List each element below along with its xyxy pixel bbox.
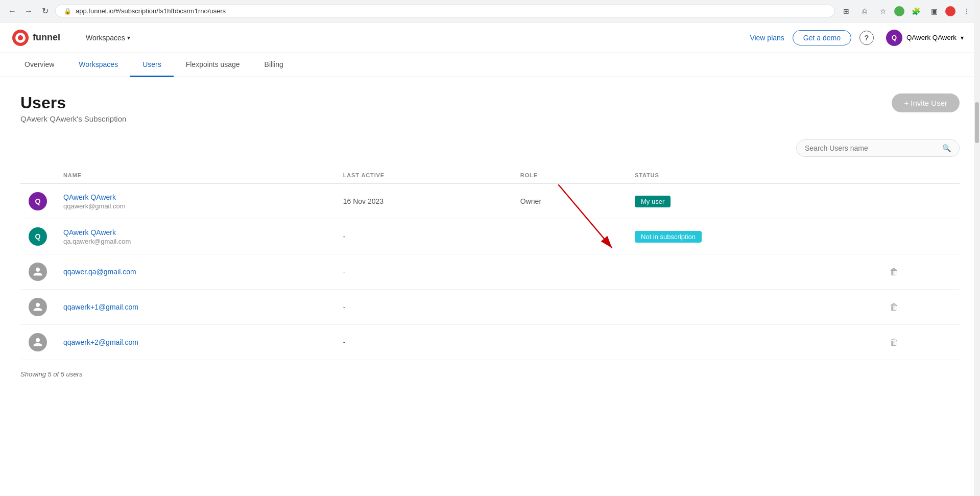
user-avatar: Q <box>886 30 902 46</box>
table-header: NAME LAST ACTIVE ROLE STATUS <box>20 167 960 184</box>
cell-role <box>512 219 627 254</box>
search-box: 🔍 <box>796 139 960 157</box>
user-avatar <box>29 263 47 281</box>
back-button[interactable]: ← <box>6 5 18 17</box>
cell-avatar: Q <box>20 219 55 254</box>
page-title: Users <box>20 93 126 112</box>
help-button[interactable]: ? <box>859 31 874 45</box>
delete-user-button[interactable]: 🗑 <box>890 267 899 277</box>
user-menu-button[interactable]: Q QAwerk QAwerk ▾ <box>882 28 968 48</box>
cell-last-active: - <box>335 219 512 254</box>
menu-icon[interactable]: ⋮ <box>960 4 974 18</box>
browser-chrome: ← → ↻ 🔒 app.funnel.io/#/subscription/fs1… <box>0 0 980 22</box>
col-header-actions <box>881 167 960 184</box>
table-row: QQAwerk QAwerkqa.qawerk@gmail.com-Not in… <box>20 219 960 254</box>
main-content: Users QAwerk QAwerk's Subscription + Inv… <box>0 77 980 394</box>
cell-last-active: - <box>335 325 512 360</box>
user-name: QAwerk QAwerk <box>906 34 957 41</box>
reload-button[interactable]: ↻ <box>39 5 51 17</box>
table-body: QQAwerk QAwerkqqawerk@gmail.com16 Nov 20… <box>20 184 960 360</box>
workspaces-dropdown-button[interactable]: Workspaces ▾ <box>81 31 135 45</box>
sidebar-icon[interactable]: ▣ <box>927 4 941 18</box>
cell-name: qqawerk+2@gmail.com <box>55 325 335 360</box>
col-header-name: NAME <box>55 167 335 184</box>
cell-status <box>627 290 881 325</box>
tab-overview[interactable]: Overview <box>12 53 66 77</box>
user-avatar <box>29 298 47 316</box>
extensions-icon[interactable]: 🧩 <box>909 4 923 18</box>
tab-workspaces[interactable]: Workspaces <box>66 53 130 77</box>
search-input[interactable] <box>805 144 942 152</box>
bookmark-icon[interactable]: ☆ <box>876 4 890 18</box>
cell-actions <box>881 219 960 254</box>
address-bar[interactable]: 🔒 app.funnel.io/#/subscription/fs1hfbbcs… <box>55 5 835 17</box>
share-icon[interactable]: ⎙ <box>857 4 872 18</box>
extension-green-icon <box>894 6 904 16</box>
user-chevron-down-icon: ▾ <box>961 34 964 41</box>
delete-user-button[interactable]: 🗑 <box>890 302 899 313</box>
view-plans-link[interactable]: View plans <box>750 34 784 42</box>
cell-name: QAwerk QAwerkqa.qawerk@gmail.com <box>55 219 335 254</box>
table-row: qqawerk+2@gmail.com-🗑 <box>20 325 960 360</box>
scrollbar-thumb[interactable] <box>975 102 979 143</box>
cell-role: Owner <box>512 184 627 219</box>
showing-text: Showing 5 of 5 users <box>20 370 960 378</box>
cell-actions: 🗑 <box>881 254 960 290</box>
page-subtitle: QAwerk QAwerk's Subscription <box>20 114 126 123</box>
tab-flexpoints[interactable]: Flexpoints usage <box>174 53 252 77</box>
cell-status: My user <box>627 184 881 219</box>
scrollbar[interactable] <box>974 0 980 394</box>
tab-billing[interactable]: Billing <box>252 53 296 77</box>
status-badge: My user <box>635 196 671 207</box>
app-header: funnel Workspaces ▾ View plans Get a dem… <box>0 22 980 53</box>
col-header-role: ROLE <box>512 167 627 184</box>
table-row: qqawer.qa@gmail.com-🗑 <box>20 254 960 290</box>
cell-last-active: - <box>335 254 512 290</box>
browser-actions: ⊞ ⎙ ☆ 🧩 ▣ ⋮ <box>839 4 974 18</box>
table-row: QQAwerk QAwerkqqawerk@gmail.com16 Nov 20… <box>20 184 960 219</box>
user-avatar <box>29 333 47 351</box>
logo-text: funnel <box>33 32 60 43</box>
tab-users[interactable]: Users <box>130 53 174 77</box>
cell-actions: 🗑 <box>881 290 960 325</box>
page-header: Users QAwerk QAwerk's Subscription + Inv… <box>20 93 960 123</box>
nav-tabs: Overview Workspaces Users Flexpoints usa… <box>0 53 980 77</box>
cell-status <box>627 254 881 290</box>
search-container: 🔍 <box>20 139 960 157</box>
user-email-link[interactable]: qqawerk+2@gmail.com <box>63 338 138 346</box>
url-text: app.funnel.io/#/subscription/fs1hfbbcsrm… <box>76 7 226 15</box>
cell-status: Not in subscription <box>627 219 881 254</box>
header-right: View plans Get a demo ? Q QAwerk QAwerk … <box>750 28 968 48</box>
user-email: qqawerk@gmail.com <box>63 202 327 210</box>
translate-icon[interactable]: ⊞ <box>839 4 853 18</box>
lock-icon: 🔒 <box>64 8 71 15</box>
workspaces-label: Workspaces <box>86 34 125 42</box>
forward-button[interactable]: → <box>22 5 35 17</box>
chevron-down-icon: ▾ <box>127 34 130 41</box>
cell-avatar: Q <box>20 184 55 219</box>
cell-avatar <box>20 290 55 325</box>
cell-name: qqawerk+1@gmail.com <box>55 290 335 325</box>
user-email-link[interactable]: qqawer.qa@gmail.com <box>63 268 136 276</box>
table-row: qqawerk+1@gmail.com-🗑 <box>20 290 960 325</box>
page-title-area: Users QAwerk QAwerk's Subscription <box>20 93 126 123</box>
invite-user-button[interactable]: + Invite User <box>892 93 960 112</box>
search-icon: 🔍 <box>942 144 951 152</box>
user-name-link[interactable]: QAwerk QAwerk <box>63 193 327 201</box>
cell-avatar <box>20 254 55 290</box>
cell-actions: 🗑 <box>881 325 960 360</box>
delete-user-button[interactable]: 🗑 <box>890 337 899 348</box>
cell-last-active: 16 Nov 2023 <box>335 184 512 219</box>
logo-icon <box>12 30 29 46</box>
user-avatar: Q <box>29 192 47 210</box>
cell-last-active: - <box>335 290 512 325</box>
cell-role <box>512 290 627 325</box>
user-name-link[interactable]: QAwerk QAwerk <box>63 228 327 237</box>
logo-area: funnel <box>12 30 60 46</box>
user-avatar: Q <box>29 227 47 246</box>
get-demo-button[interactable]: Get a demo <box>793 30 851 45</box>
cell-avatar <box>20 325 55 360</box>
user-email-link[interactable]: qqawerk+1@gmail.com <box>63 303 138 311</box>
cell-role <box>512 254 627 290</box>
status-badge: Not in subscription <box>635 231 702 243</box>
